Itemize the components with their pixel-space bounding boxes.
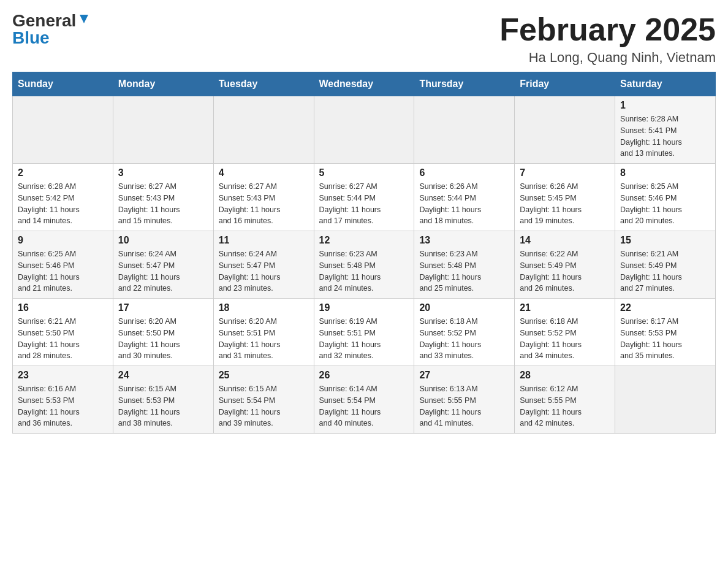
day-number: 6 (419, 167, 509, 178)
calendar-day-cell: 20Sunrise: 6:18 AM Sunset: 5:52 PM Dayli… (414, 299, 515, 366)
day-number: 17 (118, 302, 208, 313)
calendar-day-cell: 8Sunrise: 6:25 AM Sunset: 5:46 PM Daylig… (615, 164, 716, 231)
day-number: 18 (219, 302, 309, 313)
weekday-header-tuesday: Tuesday (213, 72, 314, 96)
day-info: Sunrise: 6:25 AM Sunset: 5:46 PM Dayligh… (620, 181, 710, 227)
calendar-day-cell (515, 96, 615, 164)
calendar-day-cell: 23Sunrise: 6:16 AM Sunset: 5:53 PM Dayli… (13, 366, 113, 434)
weekday-header-monday: Monday (113, 72, 213, 96)
day-number: 16 (18, 302, 108, 313)
day-info: Sunrise: 6:13 AM Sunset: 5:55 PM Dayligh… (419, 383, 509, 429)
calendar-week-row: 23Sunrise: 6:16 AM Sunset: 5:53 PM Dayli… (13, 366, 716, 434)
day-info: Sunrise: 6:16 AM Sunset: 5:53 PM Dayligh… (18, 383, 108, 429)
day-info: Sunrise: 6:22 AM Sunset: 5:49 PM Dayligh… (520, 248, 610, 294)
day-number: 11 (219, 235, 309, 246)
day-number: 27 (419, 370, 509, 381)
day-number: 2 (18, 167, 108, 178)
day-number: 22 (620, 302, 710, 313)
day-info: Sunrise: 6:26 AM Sunset: 5:45 PM Dayligh… (520, 181, 610, 227)
day-info: Sunrise: 6:14 AM Sunset: 5:54 PM Dayligh… (319, 383, 409, 429)
calendar-day-cell: 27Sunrise: 6:13 AM Sunset: 5:55 PM Dayli… (414, 366, 515, 434)
day-info: Sunrise: 6:26 AM Sunset: 5:44 PM Dayligh… (419, 181, 509, 227)
day-number: 20 (419, 302, 509, 313)
weekday-header-sunday: Sunday (13, 72, 113, 96)
calendar-day-cell (314, 96, 414, 164)
weekday-header-row: SundayMondayTuesdayWednesdayThursdayFrid… (13, 72, 716, 96)
calendar-day-cell: 21Sunrise: 6:18 AM Sunset: 5:52 PM Dayli… (515, 299, 615, 366)
calendar-day-cell: 10Sunrise: 6:24 AM Sunset: 5:47 PM Dayli… (113, 231, 213, 299)
location-text: Ha Long, Quang Ninh, Vietnam (499, 50, 716, 66)
day-number: 13 (419, 235, 509, 246)
day-number: 26 (319, 370, 409, 381)
calendar-day-cell: 28Sunrise: 6:12 AM Sunset: 5:55 PM Dayli… (515, 366, 615, 434)
calendar-day-cell: 6Sunrise: 6:26 AM Sunset: 5:44 PM Daylig… (414, 164, 515, 231)
calendar-day-cell: 4Sunrise: 6:27 AM Sunset: 5:43 PM Daylig… (213, 164, 314, 231)
day-info: Sunrise: 6:17 AM Sunset: 5:53 PM Dayligh… (620, 316, 710, 362)
day-number: 24 (118, 370, 208, 381)
day-number: 4 (219, 167, 309, 178)
logo-general-text: General (12, 12, 76, 29)
title-block: February 2025 Ha Long, Quang Ninh, Vietn… (499, 12, 716, 66)
calendar-day-cell: 25Sunrise: 6:15 AM Sunset: 5:54 PM Dayli… (213, 366, 314, 434)
day-number: 19 (319, 302, 409, 313)
weekday-header-saturday: Saturday (615, 72, 716, 96)
calendar-day-cell: 7Sunrise: 6:26 AM Sunset: 5:45 PM Daylig… (515, 164, 615, 231)
day-number: 14 (520, 235, 610, 246)
logo-arrow-icon (77, 12, 91, 26)
calendar-day-cell: 22Sunrise: 6:17 AM Sunset: 5:53 PM Dayli… (615, 299, 716, 366)
calendar-week-row: 9Sunrise: 6:25 AM Sunset: 5:46 PM Daylig… (13, 231, 716, 299)
calendar-day-cell: 3Sunrise: 6:27 AM Sunset: 5:43 PM Daylig… (113, 164, 213, 231)
day-number: 3 (118, 167, 208, 178)
page-header: General Blue February 2025 Ha Long, Quan… (12, 12, 716, 66)
day-number: 23 (18, 370, 108, 381)
calendar-table: SundayMondayTuesdayWednesdayThursdayFrid… (12, 72, 716, 434)
calendar-day-cell: 1Sunrise: 6:28 AM Sunset: 5:41 PM Daylig… (615, 96, 716, 164)
weekday-header-thursday: Thursday (414, 72, 515, 96)
day-info: Sunrise: 6:15 AM Sunset: 5:53 PM Dayligh… (118, 383, 208, 429)
day-info: Sunrise: 6:24 AM Sunset: 5:47 PM Dayligh… (219, 248, 309, 294)
day-info: Sunrise: 6:20 AM Sunset: 5:50 PM Dayligh… (118, 316, 208, 362)
calendar-day-cell (213, 96, 314, 164)
day-number: 21 (520, 302, 610, 313)
calendar-week-row: 2Sunrise: 6:28 AM Sunset: 5:42 PM Daylig… (13, 164, 716, 231)
calendar-day-cell: 26Sunrise: 6:14 AM Sunset: 5:54 PM Dayli… (314, 366, 414, 434)
day-info: Sunrise: 6:27 AM Sunset: 5:43 PM Dayligh… (118, 181, 208, 227)
day-number: 28 (520, 370, 610, 381)
calendar-day-cell: 19Sunrise: 6:19 AM Sunset: 5:51 PM Dayli… (314, 299, 414, 366)
day-info: Sunrise: 6:24 AM Sunset: 5:47 PM Dayligh… (118, 248, 208, 294)
day-number: 7 (520, 167, 610, 178)
day-info: Sunrise: 6:19 AM Sunset: 5:51 PM Dayligh… (319, 316, 409, 362)
day-info: Sunrise: 6:23 AM Sunset: 5:48 PM Dayligh… (319, 248, 409, 294)
logo: General Blue (12, 12, 91, 47)
day-info: Sunrise: 6:21 AM Sunset: 5:50 PM Dayligh… (18, 316, 108, 362)
day-info: Sunrise: 6:18 AM Sunset: 5:52 PM Dayligh… (419, 316, 509, 362)
day-info: Sunrise: 6:27 AM Sunset: 5:44 PM Dayligh… (319, 181, 409, 227)
day-info: Sunrise: 6:12 AM Sunset: 5:55 PM Dayligh… (520, 383, 610, 429)
calendar-week-row: 16Sunrise: 6:21 AM Sunset: 5:50 PM Dayli… (13, 299, 716, 366)
calendar-day-cell (615, 366, 716, 434)
calendar-day-cell: 18Sunrise: 6:20 AM Sunset: 5:51 PM Dayli… (213, 299, 314, 366)
weekday-header-friday: Friday (515, 72, 615, 96)
day-number: 12 (319, 235, 409, 246)
day-number: 9 (18, 235, 108, 246)
weekday-header-wednesday: Wednesday (314, 72, 414, 96)
day-info: Sunrise: 6:15 AM Sunset: 5:54 PM Dayligh… (219, 383, 309, 429)
calendar-day-cell: 14Sunrise: 6:22 AM Sunset: 5:49 PM Dayli… (515, 231, 615, 299)
day-number: 5 (319, 167, 409, 178)
calendar-day-cell: 13Sunrise: 6:23 AM Sunset: 5:48 PM Dayli… (414, 231, 515, 299)
day-info: Sunrise: 6:21 AM Sunset: 5:49 PM Dayligh… (620, 248, 710, 294)
day-info: Sunrise: 6:25 AM Sunset: 5:46 PM Dayligh… (18, 248, 108, 294)
day-number: 8 (620, 167, 710, 178)
day-number: 15 (620, 235, 710, 246)
day-info: Sunrise: 6:18 AM Sunset: 5:52 PM Dayligh… (520, 316, 610, 362)
day-info: Sunrise: 6:28 AM Sunset: 5:42 PM Dayligh… (18, 181, 108, 227)
day-info: Sunrise: 6:23 AM Sunset: 5:48 PM Dayligh… (419, 248, 509, 294)
day-number: 1 (620, 100, 710, 111)
svg-marker-0 (80, 15, 88, 23)
calendar-day-cell: 9Sunrise: 6:25 AM Sunset: 5:46 PM Daylig… (13, 231, 113, 299)
calendar-day-cell: 2Sunrise: 6:28 AM Sunset: 5:42 PM Daylig… (13, 164, 113, 231)
calendar-week-row: 1Sunrise: 6:28 AM Sunset: 5:41 PM Daylig… (13, 96, 716, 164)
calendar-day-cell: 24Sunrise: 6:15 AM Sunset: 5:53 PM Dayli… (113, 366, 213, 434)
logo-blue-text: Blue (12, 29, 50, 47)
day-info: Sunrise: 6:20 AM Sunset: 5:51 PM Dayligh… (219, 316, 309, 362)
